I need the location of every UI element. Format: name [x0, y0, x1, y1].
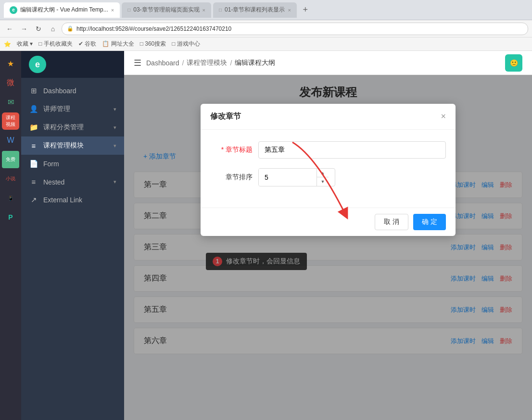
- secure-icon: 🔒: [67, 25, 74, 32]
- logo-icon: e: [29, 56, 46, 73]
- bookmark-360[interactable]: □ 360搜索: [140, 40, 166, 48]
- icon-bar-mail[interactable]: ✉: [2, 93, 19, 111]
- modal-body: 章节标题 章节排序 ▲ ▼: [201, 130, 456, 208]
- nav-bar: ← → ↻ ⌂ 🔒 http://localhost:9528/#/course…: [0, 20, 532, 37]
- category-icon: 📁: [29, 123, 38, 132]
- course-arrow: ▾: [114, 143, 116, 149]
- sidebar-item-form-label: Form: [43, 160, 116, 168]
- breadcrumb-dashboard[interactable]: Dashboard: [146, 59, 179, 67]
- icon-bar-weibo[interactable]: 微: [2, 74, 19, 91]
- tab-3[interactable]: □ 01-章节和课程列表显示 ×: [213, 2, 297, 18]
- modal-header: 修改章节 ×: [201, 104, 456, 130]
- chapter-title-label: 章节标题: [210, 146, 258, 154]
- breadcrumb-current: 编辑课程大纲: [235, 59, 275, 67]
- cancel-button[interactable]: 取 消: [375, 214, 408, 230]
- tab-2-close[interactable]: ×: [203, 7, 205, 13]
- dashboard-icon: ⊞: [29, 86, 38, 95]
- breadcrumb-sep-2: /: [230, 59, 232, 67]
- confirm-button[interactable]: 确 定: [413, 214, 446, 230]
- forward-button[interactable]: →: [18, 23, 30, 35]
- sidebar-item-category-label: 课程分类管理: [43, 123, 109, 132]
- sidebar-item-category[interactable]: 📁 课程分类管理 ▾: [21, 118, 124, 136]
- bookmark-google[interactable]: ✔ 谷歌: [78, 40, 96, 48]
- sidebar-item-external[interactable]: ↗ External Link: [21, 191, 124, 209]
- course-icon: ≡: [29, 142, 38, 150]
- icon-bar-app[interactable]: 📱: [2, 189, 19, 207]
- number-down-arrow[interactable]: ▼: [317, 177, 329, 186]
- number-up-arrow[interactable]: ▲: [317, 169, 329, 177]
- sidebar-menu: ⊞ Dashboard 👤 讲师管理 ▾ 📁 课程分类管理 ▾ ≡ 课程管理模块…: [21, 78, 124, 420]
- browser-chrome: e 编辑课程大纲 - Vue Admin Temp... × □ 03-章节管理…: [0, 0, 532, 20]
- sidebar-item-course-label: 课程管理模块: [43, 141, 109, 150]
- active-tab-close[interactable]: ×: [111, 7, 114, 13]
- chapter-order-input-wrap: ▲ ▼: [258, 168, 335, 186]
- bookmark-urls[interactable]: 📋 网址大全: [102, 40, 134, 48]
- icon-bar-doc[interactable]: W: [2, 132, 19, 149]
- icon-bar-course[interactable]: 课程视频: [2, 112, 19, 130]
- bookmark-star: ⭐: [4, 41, 11, 48]
- top-bar-right: 🙂: [505, 54, 522, 72]
- form-row-title: 章节标题: [210, 141, 446, 159]
- sidebar-item-nested[interactable]: ≡ Nested ▾: [21, 173, 124, 191]
- nested-arrow: ▾: [114, 179, 116, 185]
- tab2-favicon: □: [127, 7, 130, 12]
- tab-3-label: 01-章节和课程列表显示: [225, 6, 285, 14]
- breadcrumb: Dashboard / 课程管理模块 / 编辑课程大纲: [146, 59, 275, 67]
- teacher-arrow: ▾: [114, 106, 116, 112]
- sidebar-logo: e: [21, 51, 124, 78]
- breadcrumb-sep-1: /: [182, 59, 184, 67]
- breadcrumb-module[interactable]: 课程管理模块: [187, 59, 227, 67]
- sidebar-item-teacher-label: 讲师管理: [43, 105, 109, 113]
- top-bar: ☰ Dashboard / 课程管理模块 / 编辑课程大纲 🙂: [124, 51, 532, 75]
- app-layout: ★ 微 ✉ 课程视频 W 免费 小说 📱 P e ⊞ Dashboard 👤 讲…: [0, 51, 532, 420]
- tab-3-close[interactable]: ×: [288, 7, 291, 13]
- bookmark-collections[interactable]: 收藏 ▾: [17, 40, 33, 48]
- icon-bar-novel[interactable]: 小说: [2, 170, 19, 187]
- url-text: http://localhost:9528/#/course/save2/126…: [76, 25, 231, 32]
- bookmarks-bar: ⭐ 收藏 ▾ □ 手机收藏夹 ✔ 谷歌 📋 网址大全 □ 360搜索 □ 游戏中…: [0, 37, 532, 51]
- icon-bar-star[interactable]: ★: [2, 55, 19, 72]
- chapter-title-input[interactable]: [258, 141, 446, 159]
- tab-favicon: e: [10, 6, 17, 14]
- sidebar: e ⊞ Dashboard 👤 讲师管理 ▾ 📁 课程分类管理 ▾ ≡ 课程管理…: [21, 51, 124, 420]
- form-icon: 📄: [29, 160, 38, 168]
- bookmark-mobile[interactable]: □ 手机收藏夹: [38, 40, 73, 48]
- icon-bar-free[interactable]: 免费: [2, 151, 19, 168]
- nested-icon: ≡: [29, 178, 38, 186]
- teacher-icon: 👤: [29, 105, 38, 113]
- active-tab-label: 编辑课程大纲 - Vue Admin Temp...: [20, 6, 108, 14]
- sidebar-item-dashboard-label: Dashboard: [43, 87, 116, 95]
- new-tab-button[interactable]: +: [299, 3, 312, 17]
- bookmark-games[interactable]: □ 游戏中心: [172, 40, 200, 48]
- modal-close-button[interactable]: ×: [441, 111, 446, 122]
- form-row-order: 章节排序 ▲ ▼: [210, 168, 446, 186]
- sidebar-item-teacher[interactable]: 👤 讲师管理 ▾: [21, 100, 124, 118]
- back-button[interactable]: ←: [4, 23, 15, 35]
- sidebar-item-dashboard[interactable]: ⊞ Dashboard: [21, 82, 124, 100]
- tab3-favicon: □: [219, 7, 222, 12]
- chapter-order-input[interactable]: [259, 169, 317, 186]
- user-avatar[interactable]: 🙂: [505, 54, 522, 72]
- modal-title: 修改章节: [210, 111, 241, 122]
- modal-edit-chapter: 修改章节 × 章节标题 章节排序: [201, 104, 456, 236]
- icon-bar: ★ 微 ✉ 课程视频 W 免费 小说 📱 P: [0, 51, 21, 420]
- refresh-button[interactable]: ↻: [33, 23, 44, 35]
- modal-overlay: 修改章节 × 章节标题 章节排序: [124, 75, 532, 420]
- main-content: ☰ Dashboard / 课程管理模块 / 编辑课程大纲 🙂 发布新课程 ✓: [124, 51, 532, 420]
- url-bar[interactable]: 🔒 http://localhost:9528/#/course/save2/1…: [62, 23, 528, 35]
- page-body: 发布新课程 ✓ ✓ 3 提交审核 + 添加章节: [124, 75, 532, 420]
- tab-2-label: 03-章节管理前端页面实现: [133, 6, 199, 14]
- sidebar-item-course[interactable]: ≡ 课程管理模块 ▾: [21, 136, 124, 155]
- external-icon: ↗: [29, 196, 38, 204]
- active-tab[interactable]: e 编辑课程大纲 - Vue Admin Temp... ×: [4, 2, 120, 18]
- hamburger-icon[interactable]: ☰: [134, 58, 141, 68]
- category-arrow: ▾: [114, 124, 116, 131]
- sidebar-item-nested-label: Nested: [43, 178, 109, 186]
- sidebar-item-external-label: External Link: [43, 196, 116, 204]
- chapter-order-label: 章节排序: [210, 173, 258, 182]
- icon-bar-p[interactable]: P: [2, 209, 19, 226]
- home-button[interactable]: ⌂: [47, 23, 59, 35]
- sidebar-item-form[interactable]: 📄 Form: [21, 155, 124, 173]
- number-arrows: ▲ ▼: [317, 169, 329, 186]
- tab-2[interactable]: □ 03-章节管理前端页面实现 ×: [122, 2, 211, 18]
